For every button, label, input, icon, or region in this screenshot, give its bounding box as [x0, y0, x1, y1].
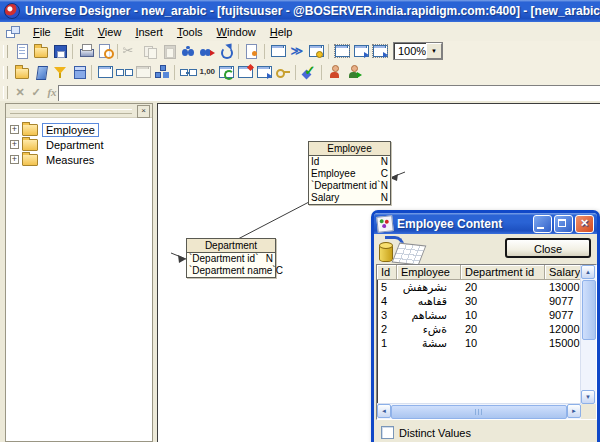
menu-bar: File Edit View Insert Tools Window Help	[0, 22, 600, 42]
close-icon[interactable]	[575, 215, 594, 233]
entity-title[interactable]: Employee	[309, 142, 390, 156]
insert-condition-button[interactable]	[50, 63, 69, 81]
detect-keys-button[interactable]	[273, 63, 292, 81]
department-table-entity[interactable]: Department `Department id` N `Department…	[186, 238, 276, 278]
list-mode-button[interactable]	[332, 42, 351, 60]
entity-column[interactable]: `Department id` N	[309, 180, 390, 192]
column-name: Salary	[311, 192, 339, 204]
tree-item-employee[interactable]: Employee	[10, 122, 152, 137]
vertical-scroll-thumb[interactable]	[582, 280, 596, 340]
pane-header: ×	[6, 104, 152, 118]
insert-context-button[interactable]	[235, 63, 254, 81]
user-run-button[interactable]	[344, 63, 363, 81]
zoom-select[interactable]: 100% ▼	[393, 42, 443, 60]
check-integrity-button[interactable]	[299, 63, 318, 81]
horizontal-scroll-thumb[interactable]	[391, 405, 567, 419]
cell-employee: سشاهم	[397, 308, 461, 322]
scroll-right-icon[interactable]: ►	[567, 404, 581, 418]
entity-title[interactable]: Department	[187, 239, 275, 253]
close-button[interactable]: Close	[505, 238, 591, 258]
horizontal-scrollbar[interactable]: ◄ ►	[377, 403, 581, 419]
vertical-scrollbar[interactable]: ▲ ▼	[580, 265, 596, 404]
dialog-title-bar[interactable]: Employee Content	[374, 213, 597, 234]
refresh-structure-button[interactable]	[287, 42, 306, 60]
formula-input[interactable]	[58, 85, 600, 101]
header-id[interactable]: Id	[377, 265, 397, 280]
user-objects-button[interactable]	[325, 63, 344, 81]
print-button[interactable]	[76, 42, 95, 60]
table-row[interactable]: 1 سشة 10 15000	[377, 336, 596, 350]
tree-item-department[interactable]: Department	[10, 137, 152, 152]
tree-item-label[interactable]: Measures	[42, 153, 98, 167]
table-star-icon	[237, 64, 253, 80]
standard-toolbar: 100% ▼	[0, 41, 600, 62]
tree-item-label[interactable]: Employee	[42, 123, 99, 137]
open-button[interactable]	[31, 42, 50, 60]
cube-icon	[71, 64, 87, 80]
entity-column[interactable]: `Department id` N	[187, 253, 275, 265]
expander-plus-icon[interactable]	[10, 125, 19, 134]
table-row[interactable]: 5 نشرهفش 20 13000	[377, 280, 596, 294]
entity-column[interactable]: `Department name` C	[187, 265, 275, 277]
center-selection-button[interactable]	[370, 42, 389, 60]
new-button[interactable]	[12, 42, 31, 60]
open-folder-icon	[33, 43, 49, 59]
print-preview-button[interactable]	[95, 42, 114, 60]
entity-column[interactable]: Salary N	[309, 192, 390, 204]
entity-column[interactable]: Id N	[309, 156, 390, 168]
insert-join-button[interactable]	[178, 63, 197, 81]
mdi-child-icon[interactable]	[6, 26, 20, 38]
scroll-left-icon[interactable]: ◄	[377, 404, 391, 418]
tree-item-label[interactable]: Department	[42, 138, 107, 152]
expander-plus-icon[interactable]	[10, 140, 19, 149]
menu-tools[interactable]: Tools	[170, 24, 210, 40]
table-row[interactable]: 2 ةشء 20 12000	[377, 322, 596, 336]
menu-window[interactable]: Window	[210, 24, 263, 40]
close-pane-icon[interactable]: ×	[137, 105, 150, 118]
toolbar-gripper[interactable]	[3, 45, 8, 58]
header-department-id[interactable]: Department id	[461, 265, 545, 280]
toolbar-gripper[interactable]	[3, 86, 8, 99]
open-class-button[interactable]	[12, 63, 31, 81]
table-row[interactable]: 3 سشاهم 10 9077	[377, 308, 596, 322]
insert-pane-button[interactable]	[31, 63, 50, 81]
undo-button[interactable]	[216, 42, 235, 60]
detect-aliases-button[interactable]	[254, 63, 273, 81]
menu-insert[interactable]: Insert	[128, 24, 170, 40]
menu-edit[interactable]: Edit	[58, 24, 91, 40]
gray-table-icon	[135, 64, 151, 80]
table-values-button[interactable]	[306, 42, 325, 60]
insert-cube-button[interactable]	[69, 63, 88, 81]
two-tables-icon	[116, 64, 132, 80]
pane-gripper[interactable]	[10, 109, 132, 114]
distinct-values-checkbox[interactable]	[381, 426, 394, 439]
scroll-down-icon[interactable]: ▼	[581, 390, 595, 404]
hierarchy-button[interactable]	[152, 63, 171, 81]
insert-alias-button[interactable]	[114, 63, 133, 81]
join-tables-icon	[180, 64, 196, 80]
maximize-icon[interactable]	[554, 215, 573, 233]
dialog-title: Employee Content	[397, 217, 531, 231]
detect-cardinalities-button[interactable]	[197, 63, 216, 81]
menu-file[interactable]: File	[26, 24, 58, 40]
arrange-tables-button[interactable]	[351, 42, 370, 60]
header-employee[interactable]: Employee	[397, 265, 461, 280]
find-button[interactable]	[178, 42, 197, 60]
detect-loops-button[interactable]	[216, 63, 235, 81]
table-row[interactable]: 4 قفاهىه 30 9077	[377, 294, 596, 308]
save-button[interactable]	[50, 42, 69, 60]
minimize-icon[interactable]	[533, 215, 552, 233]
chevron-down-icon[interactable]: ▼	[426, 43, 442, 59]
scroll-up-icon[interactable]: ▲	[581, 265, 595, 279]
menu-view[interactable]: View	[91, 24, 129, 40]
insert-table-button[interactable]	[95, 63, 114, 81]
find-next-button[interactable]	[197, 42, 216, 60]
employee-table-entity[interactable]: Employee Id N Employee C `Department id`…	[308, 141, 391, 205]
menu-help[interactable]: Help	[263, 24, 300, 40]
entity-column[interactable]: Employee C	[309, 168, 390, 180]
toolbar-gripper[interactable]	[3, 66, 8, 79]
quick-display-button[interactable]	[242, 42, 261, 60]
tree-item-measures[interactable]: Measures	[10, 152, 152, 167]
expander-plus-icon[interactable]	[10, 155, 19, 164]
table-browser-button[interactable]	[268, 42, 287, 60]
